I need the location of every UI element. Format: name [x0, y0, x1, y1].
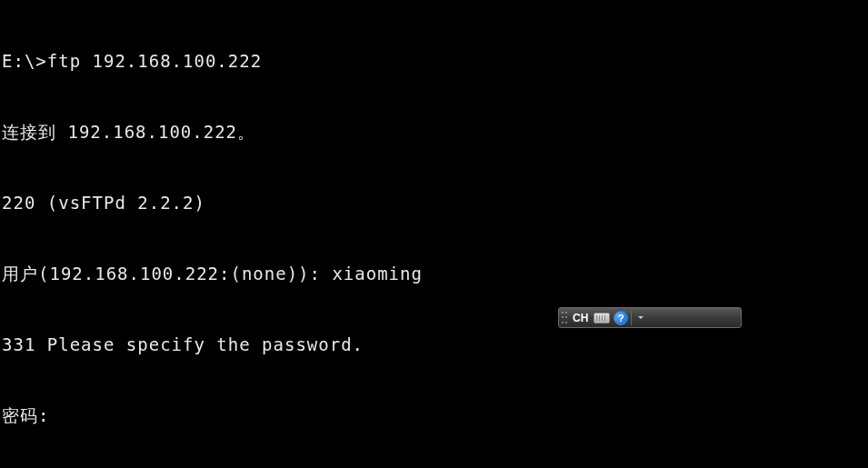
terminal-line: 连接到 192.168.100.222。: [2, 120, 868, 144]
language-code[interactable]: CH: [573, 312, 588, 324]
terminal-line: 用户(192.168.100.222:(none)): xiaoming: [2, 262, 868, 285]
options-arrow-icon[interactable]: [636, 311, 645, 325]
divider: [631, 311, 632, 325]
terminal-line: E:\>ftp 192.168.100.222: [2, 49, 868, 73]
terminal-line: 331 Please specify the password.: [2, 333, 868, 356]
terminal-line: 密码:: [2, 403, 868, 427]
help-icon[interactable]: ?: [614, 311, 628, 325]
terminal-line: 220 (vsFTPd 2.2.2): [2, 191, 868, 214]
grip-icon[interactable]: [562, 311, 569, 325]
ime-language-bar[interactable]: CH ?: [558, 307, 742, 328]
keyboard-icon[interactable]: [594, 312, 610, 324]
terminal-window[interactable]: E:\>ftp 192.168.100.222 连接到 192.168.100.…: [0, 0, 868, 468]
